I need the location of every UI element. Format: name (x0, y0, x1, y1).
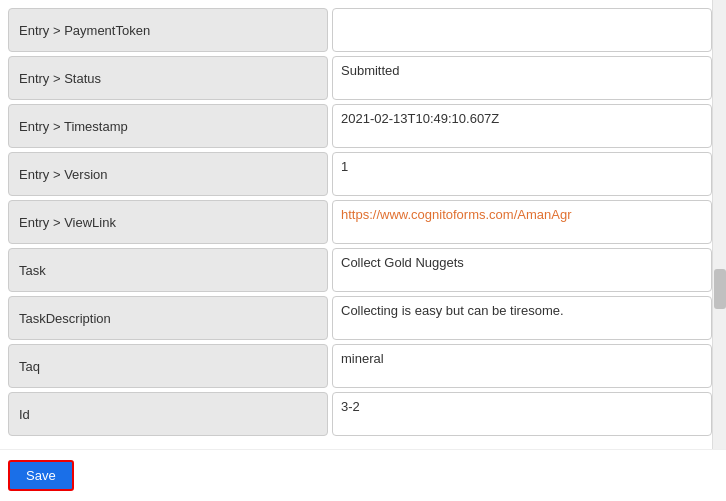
field-value[interactable] (332, 104, 712, 148)
main-container: Entry > PaymentTokenEntry > StatusEntry … (0, 0, 726, 449)
field-label: TaskDescription (8, 296, 328, 340)
field-value[interactable] (332, 392, 712, 436)
field-label: Entry > PaymentToken (8, 8, 328, 52)
field-row: Entry > Status (8, 56, 712, 100)
field-row: Taq (8, 344, 712, 388)
field-value[interactable] (332, 344, 712, 388)
field-value[interactable] (332, 248, 712, 292)
field-label: Entry > Timestamp (8, 104, 328, 148)
field-value[interactable] (332, 152, 712, 196)
field-label: Entry > Status (8, 56, 328, 100)
field-value[interactable] (332, 8, 712, 52)
scrollbar-track[interactable] (712, 0, 726, 449)
content-area: Entry > PaymentTokenEntry > StatusEntry … (0, 0, 712, 449)
field-label: Entry > ViewLink (8, 200, 328, 244)
field-row: TaskDescription (8, 296, 712, 340)
field-label: Entry > Version (8, 152, 328, 196)
field-row: Id (8, 392, 712, 436)
field-label: Id (8, 392, 328, 436)
save-button[interactable]: Save (8, 460, 74, 491)
field-row: Entry > Version (8, 152, 712, 196)
field-value[interactable] (332, 56, 712, 100)
field-label: Taq (8, 344, 328, 388)
field-value[interactable] (332, 200, 712, 244)
field-value[interactable] (332, 296, 712, 340)
field-label: Task (8, 248, 328, 292)
save-section: Save (0, 449, 726, 501)
scrollbar-thumb[interactable] (714, 269, 726, 309)
field-row: Entry > ViewLink (8, 200, 712, 244)
field-row: Task (8, 248, 712, 292)
field-row: Entry > Timestamp (8, 104, 712, 148)
field-row: Entry > PaymentToken (8, 8, 712, 52)
